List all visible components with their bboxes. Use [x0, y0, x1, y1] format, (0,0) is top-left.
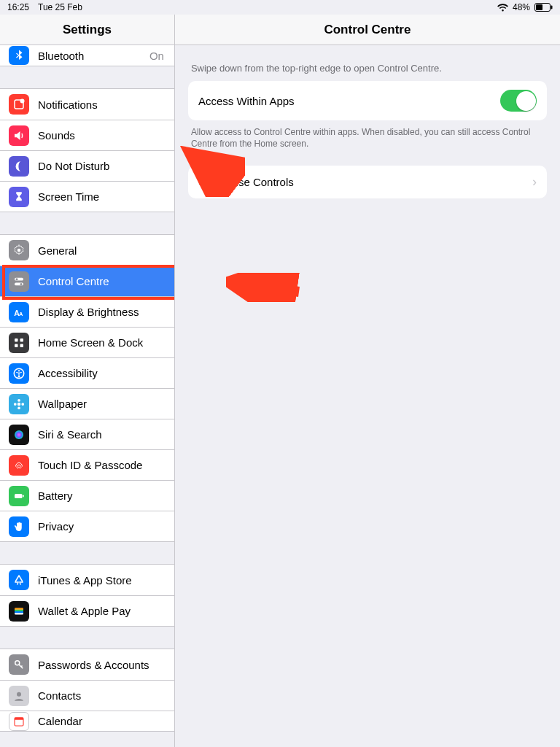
svg-rect-24	[15, 494, 23, 498]
sidebar-item-touch-id[interactable]: Touch ID & Passcode	[0, 449, 174, 480]
svg-rect-25	[23, 495, 24, 497]
svg-point-8	[16, 278, 18, 280]
sidebar-item-dnd[interactable]: Do Not Disturb	[0, 150, 174, 181]
toggles-icon	[9, 271, 29, 292]
status-time: 16:25	[7, 2, 29, 12]
moon-icon	[9, 156, 29, 177]
svg-rect-2	[551, 6, 553, 9]
access-footer-text: Allow access to Control Centre within ap…	[188, 120, 547, 150]
settings-sidebar: Settings Bluetooth On Notificat	[0, 15, 175, 747]
svg-point-21	[14, 403, 17, 406]
sidebar-group: Bluetooth On	[0, 45, 174, 66]
sidebar-item-privacy[interactable]: Privacy	[0, 511, 174, 541]
sidebar-title: Settings	[0, 15, 174, 45]
sidebar-item-label: Accessibility	[38, 367, 174, 379]
sidebar-item-label: Passwords & Accounts	[38, 659, 174, 671]
customise-controls-card: Customise Controls ›	[188, 166, 547, 198]
svg-rect-15	[20, 344, 24, 347]
svg-rect-28	[15, 609, 23, 611]
svg-point-23	[15, 430, 23, 439]
svg-rect-27	[15, 608, 23, 609]
notifications-icon	[9, 94, 29, 115]
fingerprint-icon	[9, 455, 29, 476]
sidebar-item-label: Control Centre	[38, 275, 174, 287]
sidebar-item-label: Siri & Search	[38, 428, 174, 441]
svg-rect-12	[15, 338, 18, 342]
siri-icon	[9, 425, 29, 445]
sidebar-item-label: Wallpaper	[38, 398, 174, 410]
sidebar-item-home-screen[interactable]: Home Screen & Dock	[0, 327, 174, 357]
sidebar-item-label: Touch ID & Passcode	[38, 459, 174, 471]
svg-point-5	[18, 249, 21, 252]
svg-rect-14	[15, 344, 18, 347]
flower-icon	[9, 394, 29, 414]
sidebar-item-label: Home Screen & Dock	[38, 336, 174, 349]
hand-icon	[9, 516, 29, 537]
sidebar-group: General Control Centre AA Display & Brig…	[0, 234, 174, 542]
svg-text:A: A	[19, 310, 23, 317]
sidebar-item-label: iTunes & App Store	[38, 574, 174, 587]
bluetooth-icon	[9, 46, 29, 65]
sidebar-item-label: Screen Time	[38, 190, 174, 203]
sidebar-item-label: Do Not Disturb	[38, 160, 174, 172]
sidebar-item-label: Display & Brightness	[38, 306, 174, 318]
grid-icon	[9, 333, 29, 353]
svg-point-30	[15, 661, 20, 665]
status-date: Tue 25 Feb	[38, 2, 82, 12]
status-battery-pct: 48%	[513, 2, 530, 12]
sidebar-item-wallet[interactable]: Wallet & Apple Pay	[0, 595, 174, 626]
svg-point-4	[20, 99, 25, 104]
sidebar-group: Notifications Sounds Do Not Disturb	[0, 88, 174, 212]
access-within-apps-row[interactable]: Access Within Apps	[188, 81, 547, 120]
sidebar-item-notifications[interactable]: Notifications	[0, 89, 174, 120]
svg-rect-33	[15, 717, 23, 719]
sidebar-item-value: On	[149, 50, 174, 62]
sidebar-item-label: Notifications	[38, 98, 174, 111]
svg-point-20	[18, 406, 20, 409]
access-within-apps-card: Access Within Apps	[188, 81, 547, 120]
svg-point-18	[18, 402, 21, 406]
svg-rect-1	[536, 4, 542, 10]
sidebar-item-battery[interactable]: Battery	[0, 480, 174, 511]
accessibility-icon	[9, 363, 29, 384]
sidebar-item-accessibility[interactable]: Accessibility	[0, 357, 174, 388]
text-size-icon: AA	[9, 302, 29, 322]
sidebar-item-bluetooth[interactable]: Bluetooth On	[0, 45, 174, 66]
sidebar-item-label: General	[38, 244, 174, 257]
contacts-icon	[9, 686, 29, 706]
battery-icon	[534, 3, 553, 12]
sidebar-item-calendar[interactable]: Calendar	[0, 711, 174, 731]
hourglass-icon	[9, 187, 29, 207]
gear-icon	[9, 240, 29, 260]
svg-point-22	[21, 403, 24, 406]
sidebar-group: iTunes & App Store Wallet & Apple Pay	[0, 564, 174, 627]
access-within-apps-toggle[interactable]	[500, 90, 537, 112]
wifi-icon	[497, 4, 508, 12]
sidebar-item-app-store[interactable]: iTunes & App Store	[0, 565, 174, 595]
svg-point-17	[18, 370, 20, 371]
sidebar-item-wallpaper[interactable]: Wallpaper	[0, 388, 174, 419]
status-bar: 16:25 Tue 25 Feb 48%	[0, 0, 560, 15]
sidebar-item-label: Contacts	[38, 689, 174, 702]
sidebar-item-general[interactable]: General	[0, 235, 174, 266]
sidebar-item-screen-time[interactable]: Screen Time	[0, 181, 174, 212]
detail-intro-text: Swipe down from the top-right edge to op…	[188, 45, 547, 81]
sidebar-item-display[interactable]: AA Display & Brightness	[0, 296, 174, 327]
sounds-icon	[9, 125, 29, 146]
wallet-icon	[9, 601, 29, 622]
appstore-icon	[9, 570, 29, 590]
svg-rect-29	[15, 611, 23, 613]
sidebar-item-sounds[interactable]: Sounds	[0, 120, 174, 150]
customise-controls-row[interactable]: Customise Controls ›	[188, 166, 547, 198]
sidebar-item-label: Battery	[38, 489, 174, 502]
sidebar-item-passwords[interactable]: Passwords & Accounts	[0, 649, 174, 680]
sidebar-item-contacts[interactable]: Contacts	[0, 680, 174, 711]
sidebar-item-siri[interactable]: Siri & Search	[0, 419, 174, 449]
sidebar-item-control-centre[interactable]: Control Centre	[0, 266, 174, 296]
detail-title: Control Centre	[175, 15, 560, 45]
detail-pane: Control Centre Swipe down from the top-r…	[175, 15, 560, 747]
calendar-icon	[9, 712, 29, 731]
svg-point-19	[18, 398, 20, 401]
customise-controls-label: Customise Controls	[198, 176, 294, 188]
svg-point-31	[17, 692, 21, 696]
